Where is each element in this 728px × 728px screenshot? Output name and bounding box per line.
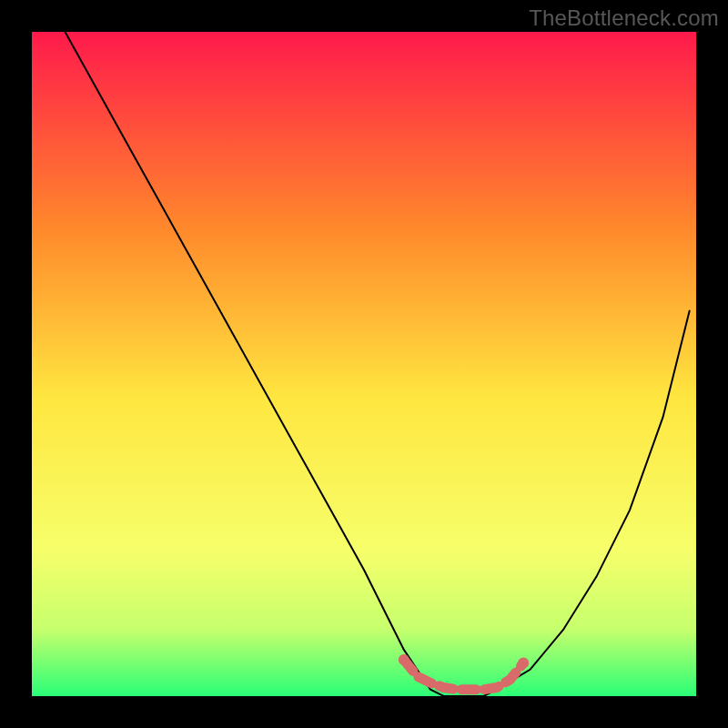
chart-frame: TheBottleneck.com — [0, 0, 728, 728]
bottleneck-chart-svg — [32, 32, 696, 696]
gradient-background — [32, 32, 696, 696]
watermark-text: TheBottleneck.com — [529, 5, 719, 31]
highlight-end-dot — [518, 658, 529, 669]
highlight-end-dot — [399, 654, 410, 665]
plot-area — [32, 32, 696, 696]
